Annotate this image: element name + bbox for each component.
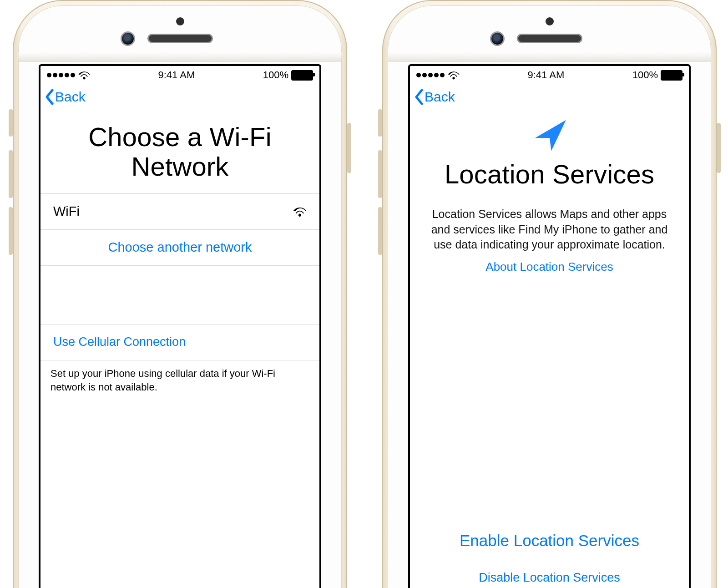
use-cellular-button[interactable]: Use Cellular Connection bbox=[40, 324, 319, 360]
nav-bar: Back bbox=[40, 84, 319, 110]
wifi-icon bbox=[293, 206, 307, 217]
status-time: 9:41 AM bbox=[528, 69, 565, 81]
wifi-network-name: WiFi bbox=[53, 204, 80, 219]
location-arrow-icon bbox=[410, 115, 689, 154]
status-bar: 9:41 AM 100% bbox=[410, 66, 689, 84]
back-button[interactable]: Back bbox=[44, 89, 86, 105]
battery-percent: 100% bbox=[263, 69, 288, 81]
page-title: Location Services bbox=[424, 160, 675, 189]
battery-icon bbox=[661, 70, 682, 81]
mute-switch bbox=[378, 109, 382, 137]
power-button bbox=[347, 123, 351, 173]
status-time: 9:41 AM bbox=[158, 69, 195, 81]
wifi-network-row[interactable]: WiFi bbox=[40, 193, 319, 230]
power-button bbox=[717, 123, 721, 173]
glass-reflection bbox=[18, 52, 342, 62]
page-title: Choose a Wi-Fi Network bbox=[54, 122, 306, 182]
back-label: Back bbox=[55, 89, 86, 105]
battery-icon bbox=[291, 70, 313, 81]
phone-bezel: 9:41 AM 100% Back bbox=[388, 5, 711, 588]
status-bar: 9:41 AM 100% bbox=[40, 66, 319, 84]
nav-bar: Back bbox=[410, 84, 689, 110]
front-camera bbox=[491, 33, 503, 45]
chevron-left-icon bbox=[414, 89, 425, 105]
volume-up-button bbox=[378, 150, 382, 198]
phone-bezel: 9:41 AM 100% Back Choose a Wi-Fi Network bbox=[18, 5, 342, 588]
screen-location: 9:41 AM 100% Back bbox=[408, 64, 691, 588]
proximity-sensor bbox=[546, 17, 554, 25]
earpiece-speaker bbox=[149, 35, 212, 42]
cell-signal-icon bbox=[416, 73, 445, 77]
back-button[interactable]: Back bbox=[414, 89, 455, 105]
screen-wifi: 9:41 AM 100% Back Choose a Wi-Fi Network bbox=[39, 64, 321, 588]
earpiece-speaker bbox=[518, 35, 581, 42]
front-camera bbox=[122, 33, 134, 45]
glass-reflection bbox=[388, 52, 711, 62]
iphone-frame-right: 9:41 AM 100% Back bbox=[382, 0, 717, 588]
chevron-left-icon bbox=[44, 89, 55, 105]
cellular-hint: Set up your iPhone using cellular data i… bbox=[40, 360, 319, 400]
wifi-icon bbox=[78, 71, 90, 80]
mute-switch bbox=[9, 109, 13, 137]
volume-up-button bbox=[9, 150, 13, 198]
wifi-icon bbox=[448, 71, 460, 80]
disable-location-services-button[interactable]: Disable Location Services bbox=[410, 561, 689, 588]
enable-location-services-button[interactable]: Enable Location Services bbox=[410, 521, 689, 561]
battery-percent: 100% bbox=[632, 69, 658, 81]
cell-signal-icon bbox=[47, 73, 75, 77]
location-description: Location Services allows Maps and other … bbox=[428, 207, 671, 253]
iphone-frame-left: 9:41 AM 100% Back Choose a Wi-Fi Network bbox=[13, 0, 347, 588]
volume-down-button bbox=[9, 207, 13, 255]
choose-another-network-button[interactable]: Choose another network bbox=[40, 230, 319, 266]
about-location-services-link[interactable]: About Location Services bbox=[410, 260, 689, 274]
back-label: Back bbox=[425, 89, 455, 105]
proximity-sensor bbox=[176, 17, 184, 25]
volume-down-button bbox=[378, 207, 382, 255]
